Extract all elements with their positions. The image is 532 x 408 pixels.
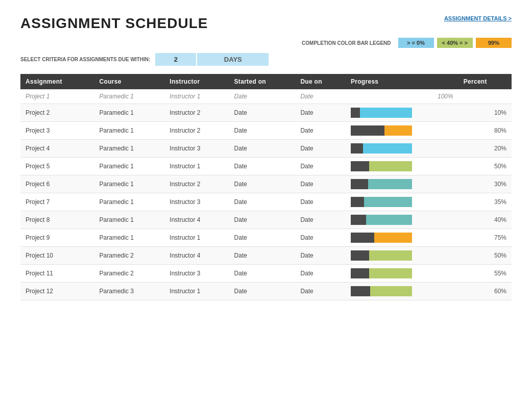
legend-99: 99% xyxy=(476,38,512,48)
progress-bar-dark xyxy=(351,286,370,296)
cell-progress xyxy=(346,211,458,229)
cell-course: Paramedic 1 xyxy=(94,193,165,211)
cell-instructor: Instructor 1 xyxy=(164,158,229,175)
cell-assignment: Project 2 xyxy=(20,104,94,122)
cell-percent: 60% xyxy=(458,283,512,300)
cell-percent: 20% xyxy=(458,140,512,158)
table-row: Project 4Paramedic 1Instructor 3DateDate… xyxy=(20,140,512,158)
progress-bar-dark xyxy=(351,250,369,261)
col-instructor: Instructor xyxy=(164,74,229,89)
cell-instructor: Instructor 1 xyxy=(164,283,229,300)
progress-bar xyxy=(351,250,412,261)
progress-bar-dark xyxy=(351,197,364,207)
legend-lt40: < 40% = > xyxy=(437,38,473,48)
progress-bar xyxy=(351,143,412,154)
table-row: Project 3Paramedic 1Instructor 2DateDate… xyxy=(20,122,512,140)
cell-started: Date xyxy=(229,158,296,175)
progress-bar-dark xyxy=(351,125,384,136)
progress-bar-color xyxy=(368,179,412,189)
cell-instructor: Instructor 4 xyxy=(164,211,229,229)
col-progress: Progress xyxy=(346,74,458,89)
cell-percent: 55% xyxy=(458,265,512,283)
progress-bar-color xyxy=(384,125,412,136)
progress-bar xyxy=(351,161,412,171)
cell-started: Date xyxy=(229,211,296,229)
progress-bar xyxy=(351,197,412,207)
cell-percent xyxy=(458,89,512,104)
criteria-value-input[interactable] xyxy=(155,53,196,66)
cell-started: Date xyxy=(229,140,296,158)
col-assignment: Assignment xyxy=(20,74,94,89)
cell-assignment: Project 3 xyxy=(20,122,94,140)
col-course: Course xyxy=(94,74,165,89)
cell-assignment: Project 4 xyxy=(20,140,94,158)
progress-bar xyxy=(351,108,412,118)
cell-assignment: Project 10 xyxy=(20,247,94,265)
cell-started: Date xyxy=(229,175,296,193)
cell-course: Paramedic 1 xyxy=(94,229,165,247)
cell-progress xyxy=(346,140,458,158)
progress-bar-color xyxy=(369,268,412,278)
criteria-days: DAYS xyxy=(197,53,269,66)
cell-due: Date xyxy=(295,211,346,229)
cell-assignment: Project 7 xyxy=(20,193,94,211)
cell-percent: 35% xyxy=(458,193,512,211)
cell-course: Paramedic 2 xyxy=(94,247,165,265)
cell-percent: 40% xyxy=(458,211,512,229)
cell-assignment: Project 12 xyxy=(20,283,94,300)
cell-course: Paramedic 1 xyxy=(94,140,165,158)
cell-assignment: Project 6 xyxy=(20,175,94,193)
cell-due: Date xyxy=(295,122,346,140)
table-row: Project 7Paramedic 1Instructor 3DateDate… xyxy=(20,193,512,211)
col-percent: Percent xyxy=(458,74,512,89)
progress-bar xyxy=(351,125,412,136)
col-started: Started on xyxy=(229,74,296,89)
progress-bar-dark xyxy=(351,161,369,171)
cell-instructor: Instructor 2 xyxy=(164,175,229,193)
assignment-details-link[interactable]: ASSIGNMENT DETAILS > xyxy=(444,15,512,21)
legend-label: COMPLETION COLOR BAR LEGEND xyxy=(302,40,391,46)
progress-bar-dark xyxy=(351,179,368,189)
cell-percent: 30% xyxy=(458,175,512,193)
cell-due: Date xyxy=(295,175,346,193)
cell-progress xyxy=(346,122,458,140)
progress-bar-color xyxy=(364,197,412,207)
cell-instructor: Instructor 1 xyxy=(164,229,229,247)
legend-row: COMPLETION COLOR BAR LEGEND > = 0% < 40%… xyxy=(20,38,512,48)
cell-progress xyxy=(346,229,458,247)
cell-progress xyxy=(346,247,458,265)
cell-due: Date xyxy=(295,283,346,300)
cell-progress xyxy=(346,193,458,211)
progress-bar-color xyxy=(369,161,412,171)
progress-bar-dark xyxy=(351,143,363,154)
cell-started: Date xyxy=(229,104,296,122)
col-due: Due on xyxy=(295,74,346,89)
cell-progress xyxy=(346,158,458,175)
cell-due: Date xyxy=(295,158,346,175)
cell-due: Date xyxy=(295,140,346,158)
cell-assignment: Project 1 xyxy=(20,89,94,104)
progress-bar-color xyxy=(369,250,412,261)
progress-bar-dark xyxy=(351,108,360,118)
cell-course: Paramedic 1 xyxy=(94,175,165,193)
cell-due: Date xyxy=(295,193,346,211)
cell-percent: 80% xyxy=(458,122,512,140)
cell-assignment: Project 9 xyxy=(20,229,94,247)
cell-started: Date xyxy=(229,229,296,247)
progress-bar-color xyxy=(370,286,412,296)
cell-course: Paramedic 1 xyxy=(94,104,165,122)
cell-percent: 10% xyxy=(458,104,512,122)
cell-instructor: Instructor 2 xyxy=(164,104,229,122)
progress-bar xyxy=(351,286,412,296)
cell-started: Date xyxy=(229,247,296,265)
cell-due: Date xyxy=(295,89,346,104)
criteria-row: SELECT CRITERIA FOR ASSIGNMENTS DUE WITH… xyxy=(20,53,512,66)
cell-progress xyxy=(346,283,458,300)
cell-started: Date xyxy=(229,265,296,283)
cell-assignment: Project 11 xyxy=(20,265,94,283)
cell-started: Date xyxy=(229,193,296,211)
cell-progress xyxy=(346,104,458,122)
cell-course: Paramedic 2 xyxy=(94,265,165,283)
cell-instructor: Instructor 3 xyxy=(164,193,229,211)
cell-percent: 50% xyxy=(458,247,512,265)
